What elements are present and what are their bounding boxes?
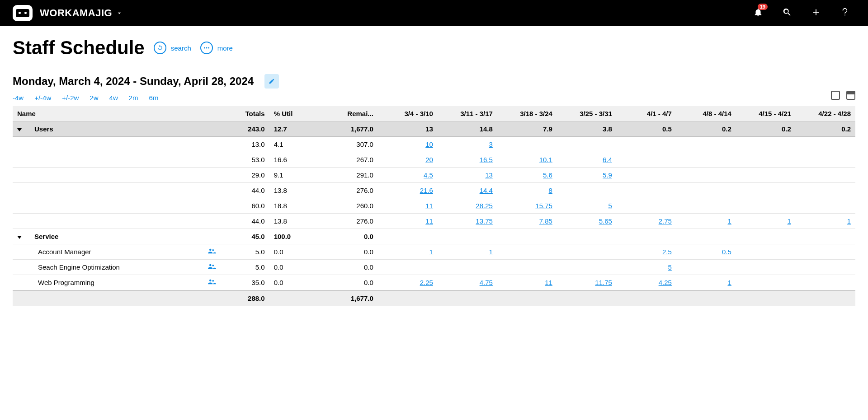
range-link-2w[interactable]: 2w bbox=[90, 94, 98, 102]
col-totals[interactable]: Totals bbox=[226, 106, 269, 121]
range-link-+/-4w[interactable]: +/-4w bbox=[34, 94, 51, 102]
add-button[interactable] bbox=[811, 7, 821, 19]
hours-link[interactable]: 4.25 bbox=[659, 279, 672, 286]
hours-link[interactable]: 5 bbox=[668, 263, 672, 271]
cell-week[interactable]: 28.25 bbox=[438, 198, 497, 214]
col-week[interactable]: 4/8 - 4/14 bbox=[676, 106, 736, 121]
hours-link[interactable]: 2.25 bbox=[420, 279, 433, 286]
cell-week[interactable]: 4.5 bbox=[378, 168, 438, 183]
hours-link[interactable]: 5.65 bbox=[599, 217, 612, 225]
hours-link[interactable]: 1 bbox=[728, 279, 731, 286]
hours-link[interactable]: 28.25 bbox=[476, 202, 493, 210]
cell-week[interactable]: 5.9 bbox=[557, 168, 617, 183]
cell-week[interactable]: 15.75 bbox=[497, 198, 557, 214]
cell-week[interactable]: 11 bbox=[378, 214, 438, 229]
hours-link[interactable]: 3 bbox=[489, 140, 493, 148]
range-link-2m[interactable]: 2m bbox=[129, 94, 138, 102]
hours-link[interactable]: 7.85 bbox=[539, 217, 552, 225]
cell-week[interactable]: 4.25 bbox=[617, 275, 676, 291]
view-card-toggle[interactable] bbox=[831, 91, 840, 100]
cell-week[interactable]: 8 bbox=[497, 183, 557, 198]
hours-link[interactable]: 2.5 bbox=[662, 248, 672, 256]
range-link-6m[interactable]: 6m bbox=[149, 94, 159, 102]
hours-link[interactable]: 15.75 bbox=[535, 202, 552, 210]
col-week[interactable]: 4/22 - 4/28 bbox=[796, 106, 855, 121]
group-toggle[interactable]: Users bbox=[13, 121, 203, 137]
cell-week[interactable]: 11 bbox=[378, 198, 438, 214]
row-name[interactable]: Seach Engine Optimization bbox=[13, 260, 203, 275]
cell-week[interactable]: 13 bbox=[438, 168, 497, 183]
more-action[interactable]: more bbox=[200, 42, 233, 54]
cell-week[interactable]: 10.1 bbox=[497, 152, 557, 168]
search-action[interactable]: search bbox=[154, 42, 191, 54]
hours-link[interactable]: 1 bbox=[788, 217, 791, 225]
cell-week[interactable]: 1 bbox=[438, 244, 497, 260]
cell-week[interactable]: 3 bbox=[438, 137, 497, 152]
search-button[interactable] bbox=[782, 7, 792, 19]
col-week[interactable]: 4/15 - 4/21 bbox=[736, 106, 796, 121]
cell-week[interactable]: 4.75 bbox=[438, 275, 497, 291]
hours-link[interactable]: 11 bbox=[425, 202, 433, 210]
hours-link[interactable]: 0.5 bbox=[722, 248, 731, 256]
people-icon[interactable] bbox=[208, 263, 216, 270]
cell-week[interactable]: 2.25 bbox=[378, 275, 438, 291]
cell-week[interactable]: 5.65 bbox=[557, 214, 617, 229]
cell-week[interactable]: 1 bbox=[676, 214, 736, 229]
brand-dropdown[interactable]: WORKAMAJIG bbox=[40, 7, 123, 19]
hours-link[interactable]: 1 bbox=[728, 217, 731, 225]
hours-link[interactable]: 6.4 bbox=[603, 156, 612, 163]
col-remain[interactable]: Remai... bbox=[312, 106, 378, 121]
hours-link[interactable]: 8 bbox=[549, 187, 552, 194]
range-link-+/-2w[interactable]: +/-2w bbox=[62, 94, 79, 102]
cell-week[interactable]: 10 bbox=[378, 137, 438, 152]
hours-link[interactable]: 4.5 bbox=[424, 171, 433, 179]
cell-week[interactable]: 2.75 bbox=[617, 214, 676, 229]
cell-week[interactable]: 1 bbox=[796, 214, 855, 229]
hours-link[interactable]: 16.5 bbox=[480, 156, 493, 163]
hours-link[interactable]: 13 bbox=[485, 171, 493, 179]
range-link-4w[interactable]: 4w bbox=[109, 94, 118, 102]
hours-link[interactable]: 5 bbox=[609, 202, 612, 210]
hours-link[interactable]: 11.75 bbox=[595, 279, 612, 286]
hours-link[interactable]: 5.9 bbox=[603, 171, 612, 179]
cell-week[interactable]: 7.85 bbox=[497, 214, 557, 229]
hours-link[interactable]: 11 bbox=[545, 279, 552, 286]
cell-week[interactable]: 16.5 bbox=[438, 152, 497, 168]
cell-week[interactable]: 13.75 bbox=[438, 214, 497, 229]
edit-date-button[interactable] bbox=[264, 74, 279, 89]
cell-week[interactable]: 1 bbox=[676, 275, 736, 291]
col-name[interactable]: Name bbox=[13, 106, 203, 121]
group-toggle[interactable]: Service bbox=[13, 229, 203, 244]
col-week[interactable]: 4/1 - 4/7 bbox=[617, 106, 676, 121]
cell-week[interactable]: 2.5 bbox=[617, 244, 676, 260]
hours-link[interactable]: 1 bbox=[429, 248, 433, 256]
range-link--4w[interactable]: -4w bbox=[13, 94, 24, 102]
col-week[interactable]: 3/18 - 3/24 bbox=[497, 106, 557, 121]
people-icon[interactable] bbox=[208, 248, 216, 254]
cell-week[interactable]: 11.75 bbox=[557, 275, 617, 291]
col-week[interactable]: 3/4 - 3/10 bbox=[378, 106, 438, 121]
row-name[interactable]: Account Manager bbox=[13, 244, 203, 260]
hours-link[interactable]: 21.6 bbox=[420, 187, 433, 194]
hours-link[interactable]: 2.75 bbox=[659, 217, 672, 225]
hours-link[interactable]: 10 bbox=[425, 140, 433, 148]
hours-link[interactable]: 5.6 bbox=[543, 171, 552, 179]
cell-week[interactable]: 20 bbox=[378, 152, 438, 168]
hours-link[interactable]: 10.1 bbox=[539, 156, 552, 163]
cell-week[interactable]: 11 bbox=[497, 275, 557, 291]
hours-link[interactable]: 1 bbox=[489, 248, 493, 256]
help-button[interactable] bbox=[840, 7, 850, 19]
col-week[interactable]: 3/11 - 3/17 bbox=[438, 106, 497, 121]
cell-week[interactable]: 1 bbox=[378, 244, 438, 260]
notifications-button[interactable]: 19 bbox=[753, 7, 763, 19]
cell-week[interactable]: 5.6 bbox=[497, 168, 557, 183]
cell-week[interactable]: 1 bbox=[736, 214, 796, 229]
cell-week[interactable]: 6.4 bbox=[557, 152, 617, 168]
hours-link[interactable]: 11 bbox=[425, 217, 433, 225]
hours-link[interactable]: 14.4 bbox=[480, 187, 493, 194]
row-name[interactable]: Web Programming bbox=[13, 275, 203, 291]
cell-week[interactable]: 0.5 bbox=[676, 244, 736, 260]
cell-week[interactable]: 5 bbox=[617, 260, 676, 275]
view-compact-toggle[interactable] bbox=[846, 91, 855, 100]
hours-link[interactable]: 1 bbox=[847, 217, 851, 225]
